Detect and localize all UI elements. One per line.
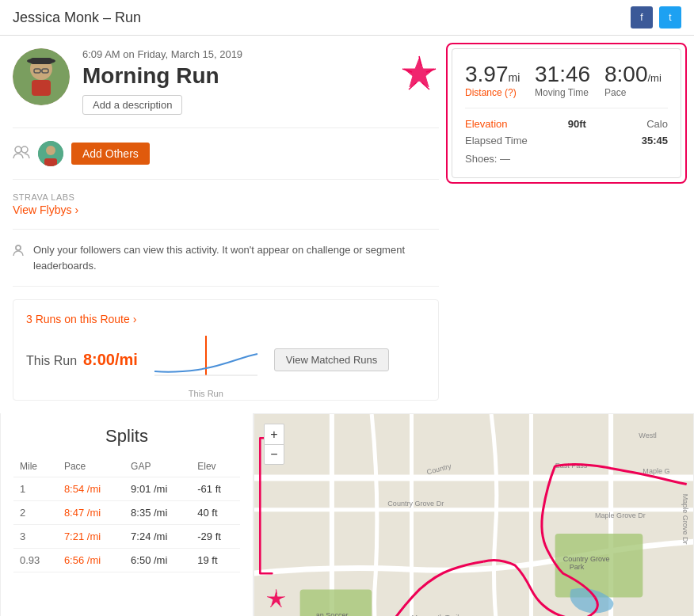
chart-label: This Run — [151, 389, 261, 398]
svg-point-17 — [46, 146, 55, 155]
svg-point-15 — [21, 146, 28, 153]
activity-title: Morning Run — [82, 63, 387, 89]
matched-section: 3 Runs on this Route › This Run 8:00/mi — [13, 299, 439, 401]
shoes-row: Shoes: — — [465, 153, 668, 165]
splits-panel: Splits Mile Pace GAP Elev 18:54 /mi9:01 … — [0, 413, 254, 616]
split-gap: 7:24 /mi — [124, 525, 191, 549]
split-pace: 6:56 /mi — [58, 549, 124, 572]
pace-chart: This Run — [151, 332, 261, 387]
splits-table: Mile Pace GAP Elev 18:54 /mi9:01 /mi-61 … — [13, 456, 240, 572]
split-gap: 9:01 /mi — [124, 477, 191, 501]
stats-panel: 3.97mi Distance (?) 31:46 Moving Time 8:… — [452, 48, 681, 178]
view-matched-runs-button[interactable]: View Matched Runs — [274, 348, 389, 371]
stats-main: 3.97mi Distance (?) 31:46 Moving Time 8:… — [465, 62, 668, 98]
zoom-out-button[interactable]: − — [264, 444, 284, 465]
col-gap: GAP — [124, 456, 191, 477]
athletes-icon — [13, 145, 30, 163]
svg-point-20 — [16, 245, 21, 250]
svg-text:Mammoth Trail: Mammoth Trail — [412, 614, 459, 616]
main-content: 6:09 AM on Friday, March 15, 2019 Mornin… — [0, 36, 694, 413]
strava-labs-label: STRAVA LABS — [13, 192, 439, 202]
map-controls: + − — [264, 424, 284, 465]
avatar — [13, 48, 70, 105]
privacy-icon — [13, 243, 27, 264]
col-mile: Mile — [13, 456, 58, 477]
page-title: Jessica Monk – Run — [13, 10, 141, 26]
split-elev: 40 ft — [191, 501, 240, 525]
stat-pace: 8:00/mi Pace — [604, 62, 668, 98]
table-row: 37:21 /mi7:24 /mi-29 ft — [13, 525, 240, 549]
bottom-section: Splits Mile Pace GAP Elev 18:54 /mi9:01 … — [0, 413, 694, 616]
star-decoration — [399, 55, 439, 100]
svg-marker-8 — [404, 59, 434, 87]
page-header: Jessica Monk – Run f t — [0, 0, 694, 36]
split-mile: 1 — [13, 477, 58, 501]
svg-text:Country Grove Dr: Country Grove Dr — [387, 500, 444, 508]
activity-info: 6:09 AM on Friday, March 15, 2019 Mornin… — [82, 48, 387, 115]
add-description-button[interactable]: Add a description — [82, 95, 182, 115]
svg-rect-4 — [32, 80, 51, 96]
svg-text:Maple Grove Dr: Maple Grove Dr — [595, 511, 646, 519]
right-section: 3.97mi Distance (?) 31:46 Moving Time 8:… — [452, 48, 681, 401]
split-pace: 8:54 /mi — [58, 477, 124, 501]
table-row: 0.936:56 /mi6:50 /mi19 ft — [13, 549, 240, 572]
svg-rect-18 — [44, 158, 57, 166]
elapsed-row: Elapsed Time 35:45 — [465, 135, 668, 146]
stat-distance: 3.97mi Distance (?) — [465, 62, 528, 98]
activity-header: 6:09 AM on Friday, March 15, 2019 Mornin… — [13, 48, 439, 128]
activity-date: 6:09 AM on Friday, March 15, 2019 — [82, 48, 387, 60]
svg-text:Westl: Westl — [639, 432, 656, 439]
route-count: 3 Runs on this Route › — [26, 313, 136, 325]
col-pace: Pace — [58, 456, 124, 477]
split-gap: 6:50 /mi — [124, 549, 191, 572]
twitter-icon[interactable]: t — [659, 6, 681, 29]
privacy-text: Only your followers can view this activi… — [33, 242, 439, 273]
elevation-row: Elevation 90ft Calo — [465, 118, 668, 130]
splits-title: Splits — [13, 426, 240, 447]
svg-text:Country Grove: Country Grove — [563, 555, 610, 563]
svg-text:an Soccer: an Soccer — [316, 611, 349, 616]
add-others-button[interactable]: Add Others — [71, 143, 150, 165]
svg-text:Park: Park — [570, 563, 585, 571]
split-pace: 7:21 /mi — [58, 525, 124, 549]
matched-header: 3 Runs on this Route › — [26, 313, 425, 325]
split-elev: 19 ft — [191, 549, 240, 572]
split-mile: 2 — [13, 501, 58, 525]
table-row: 28:47 /mi8:35 /mi40 ft — [13, 501, 240, 525]
split-elev: -61 ft — [191, 477, 240, 501]
table-row: 18:54 /mi9:01 /mi-61 ft — [13, 477, 240, 501]
athlete-avatar — [38, 141, 63, 166]
view-flybys-link[interactable]: View Flybys › — [13, 203, 439, 216]
svg-point-14 — [15, 146, 21, 153]
privacy-notice: Only your followers can view this activi… — [13, 230, 439, 287]
matched-runs-row: This Run 8:00/mi This Run View Match — [26, 332, 425, 387]
avatar-image — [13, 48, 70, 105]
map-panel: + − an Soccer Park Country Grove — [254, 413, 694, 616]
athletes-row: Add Others — [13, 128, 439, 180]
facebook-icon[interactable]: f — [631, 6, 653, 29]
stats-secondary: Elevation 90ft Calo Elapsed Time 35:45 — [465, 108, 668, 146]
stat-moving-time: 31:46 Moving Time — [535, 62, 598, 98]
left-section: 6:09 AM on Friday, March 15, 2019 Mornin… — [13, 48, 439, 401]
split-pace: 8:47 /mi — [58, 501, 124, 525]
split-mile: 0.93 — [13, 549, 58, 572]
svg-text:Maple Grove Dr: Maple Grove Dr — [681, 494, 689, 545]
col-elev: Elev — [191, 456, 240, 477]
svg-rect-3 — [30, 58, 52, 64]
flybys-section: STRAVA LABS View Flybys › — [13, 180, 439, 230]
split-elev: -29 ft — [191, 525, 240, 549]
map-svg: an Soccer Park Country Grove Park Countr… — [254, 414, 693, 616]
split-gap: 8:35 /mi — [124, 501, 191, 525]
svg-rect-31 — [555, 534, 643, 598]
header-icons: f t — [631, 6, 681, 29]
split-mile: 3 — [13, 525, 58, 549]
zoom-in-button[interactable]: + — [264, 424, 284, 444]
